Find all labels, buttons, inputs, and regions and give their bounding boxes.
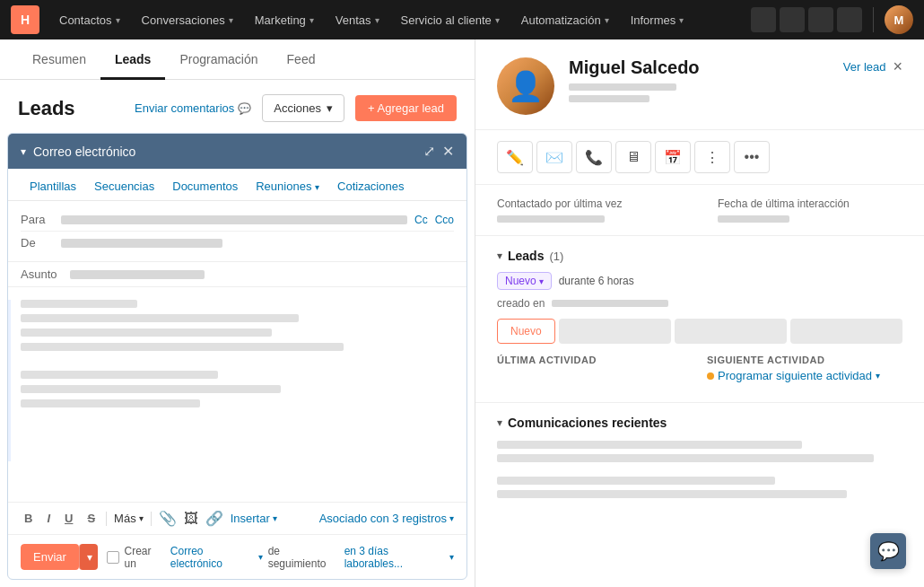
fecha-col: Fecha de última interacción xyxy=(718,197,902,223)
edit-button[interactable]: ✏️ xyxy=(497,141,533,173)
asociado-link[interactable]: Asociado con 3 registros ▾ xyxy=(319,512,454,525)
profile-actions-top: Ver lead × xyxy=(843,57,902,76)
dias-link[interactable]: en 3 días laborables... ▾ xyxy=(344,545,454,570)
bold-button[interactable]: B xyxy=(21,510,36,527)
nav-icon-btn-2[interactable] xyxy=(780,7,805,32)
contactado-col: Contactado por última vez xyxy=(497,197,682,223)
email-tab-cotizaciones[interactable]: Cotizaciones xyxy=(328,176,413,200)
email-toolbar: B I U S Más ▾ 📎 🖼 🔗 Insertar ▾ Asoci xyxy=(8,502,466,534)
seguimiento-label: de seguimiento xyxy=(268,545,339,570)
body-line xyxy=(21,314,299,322)
asunto-label: Asunto xyxy=(21,267,70,281)
email-tab-documentos[interactable]: Documentos xyxy=(163,176,247,200)
crear-checkbox[interactable] xyxy=(107,551,119,564)
expand-icon[interactable]: ⤢ xyxy=(423,143,435,160)
nav-icon-btn-4[interactable] xyxy=(837,7,862,32)
leads-status-row: Nuevo ▾ durante 6 horas xyxy=(497,272,902,290)
nav-icon-btn-3[interactable] xyxy=(808,7,833,32)
comunicaciones-header: ▾ Comunicaciones recientes xyxy=(497,416,902,430)
chevron-down-icon: ▾ xyxy=(495,15,500,25)
chevron-down-icon: ▾ xyxy=(309,15,314,25)
chevron-down-icon[interactable]: ▾ xyxy=(497,250,502,262)
calendar-button[interactable]: 📅 xyxy=(655,141,691,173)
email-tab-plantillas[interactable]: Plantillas xyxy=(21,176,85,200)
attachment-icon[interactable]: 📎 xyxy=(159,510,177,527)
contact-name: Miguel Salcedo xyxy=(569,57,829,78)
hubspot-logo[interactable]: H xyxy=(11,5,39,34)
cc-link[interactable]: Cc xyxy=(414,214,428,226)
comunicaciones-lines xyxy=(497,441,902,498)
underline-button[interactable]: U xyxy=(61,510,76,527)
email-body-area[interactable] xyxy=(8,287,466,502)
programar-link[interactable]: Programar siguiente actividad ▾ xyxy=(707,369,902,382)
chat-icon: 💬 xyxy=(877,540,900,562)
chevron-down-icon[interactable]: ▾ xyxy=(497,416,502,429)
image-icon[interactable]: 🖼 xyxy=(184,511,198,527)
nav-informes[interactable]: Informes ▾ xyxy=(622,8,693,32)
insertar-dropdown[interactable]: Insertar ▾ xyxy=(231,512,277,525)
task-button[interactable]: ⋮ xyxy=(694,141,730,173)
nav-icon-btn-1[interactable] xyxy=(751,7,776,32)
para-label: Para xyxy=(21,213,61,226)
email-para-row: Para Cc Cco xyxy=(21,208,454,232)
nav-marketing[interactable]: Marketing ▾ xyxy=(246,8,323,32)
enviar-button[interactable]: Enviar xyxy=(21,544,79,570)
user-avatar[interactable]: M xyxy=(885,5,913,34)
nav-contactos[interactable]: Contactos ▾ xyxy=(50,8,129,32)
more-button[interactable]: ••• xyxy=(734,141,770,173)
italic-button[interactable]: I xyxy=(43,510,54,527)
lead-nuevo-button[interactable]: Nuevo xyxy=(497,319,555,344)
body-accent xyxy=(8,300,11,461)
fecha-value xyxy=(718,215,789,223)
nav-ventas[interactable]: Ventas ▾ xyxy=(327,8,388,32)
profile-info: Miguel Salcedo xyxy=(569,57,829,102)
agregar-lead-button[interactable]: + Agregar lead xyxy=(355,95,457,121)
lead-status-buttons: Nuevo xyxy=(497,319,902,344)
tab-resumen[interactable]: Resumen xyxy=(18,39,100,80)
enviar-group: Enviar ▾ xyxy=(21,544,98,570)
dot-icon xyxy=(707,372,714,380)
ver-lead-link[interactable]: Ver lead xyxy=(843,60,886,74)
contact-avatar: 👤 xyxy=(497,57,554,115)
email-body-lines xyxy=(21,300,454,407)
cc-links: Cc Cco xyxy=(414,214,454,226)
tab-leads[interactable]: Leads xyxy=(100,39,165,80)
nav-conversaciones[interactable]: Conversaciones ▾ xyxy=(133,8,242,32)
right-panel: 👤 Miguel Salcedo Ver lead × ✏️ ✉️ 📞 🖥 📅 … xyxy=(475,39,924,587)
de-value[interactable] xyxy=(61,239,222,248)
para-value[interactable] xyxy=(61,215,407,224)
activity-row: ÚLTIMA ACTIVIDAD SIGUIENTE ACTIVIDAD Pro… xyxy=(497,355,902,382)
tab-programacion[interactable]: Programación xyxy=(165,39,272,80)
email-subtabs: Plantillas Secuencias Documentos Reunion… xyxy=(8,169,466,201)
nav-automatizacion[interactable]: Automatización ▾ xyxy=(512,8,618,32)
status-nuevo-badge[interactable]: Nuevo ▾ xyxy=(497,272,552,290)
email-compose-header[interactable]: ▾ Correo electrónico ⤢ ✕ xyxy=(8,134,466,169)
asunto-value[interactable] xyxy=(70,270,205,279)
email-tab-secuencias[interactable]: Secuencias xyxy=(85,176,163,200)
acciones-button[interactable]: Acciones ▾ xyxy=(262,94,344,122)
comunic-line xyxy=(497,441,802,449)
correo-link[interactable]: Correo electrónico ▾ xyxy=(170,545,263,570)
phone-button[interactable]: 📞 xyxy=(576,141,612,173)
email-button[interactable]: ✉️ xyxy=(536,141,572,173)
toolbar-separator xyxy=(106,512,107,526)
email-de-row: De xyxy=(21,232,454,254)
nav-servicio[interactable]: Servicio al cliente ▾ xyxy=(392,8,509,32)
chevron-down-icon: ▾ xyxy=(327,101,333,115)
enviar-arrow-button[interactable]: ▾ xyxy=(79,544,98,570)
screen-button[interactable]: 🖥 xyxy=(615,141,651,173)
comunicaciones-title: Comunicaciones recientes xyxy=(508,416,667,430)
siguiente-actividad-col: SIGUIENTE ACTIVIDAD Programar siguiente … xyxy=(707,355,902,382)
chevron-down-icon: ▾ xyxy=(258,552,263,562)
close-icon[interactable]: ✕ xyxy=(442,143,454,160)
avatar-image: 👤 xyxy=(508,69,544,103)
cco-link[interactable]: Cco xyxy=(435,214,454,226)
mas-dropdown[interactable]: Más ▾ xyxy=(114,512,144,525)
feedback-link[interactable]: Enviar comentarios 💬 xyxy=(135,101,251,115)
strikethrough-button[interactable]: S xyxy=(83,510,99,527)
tab-feed[interactable]: Feed xyxy=(273,39,330,80)
chat-fab-button[interactable]: 💬 xyxy=(870,533,906,569)
link-icon[interactable]: 🔗 xyxy=(205,510,223,527)
email-tab-reuniones[interactable]: Reuniones ▾ xyxy=(247,176,328,200)
close-icon[interactable]: × xyxy=(893,57,902,76)
